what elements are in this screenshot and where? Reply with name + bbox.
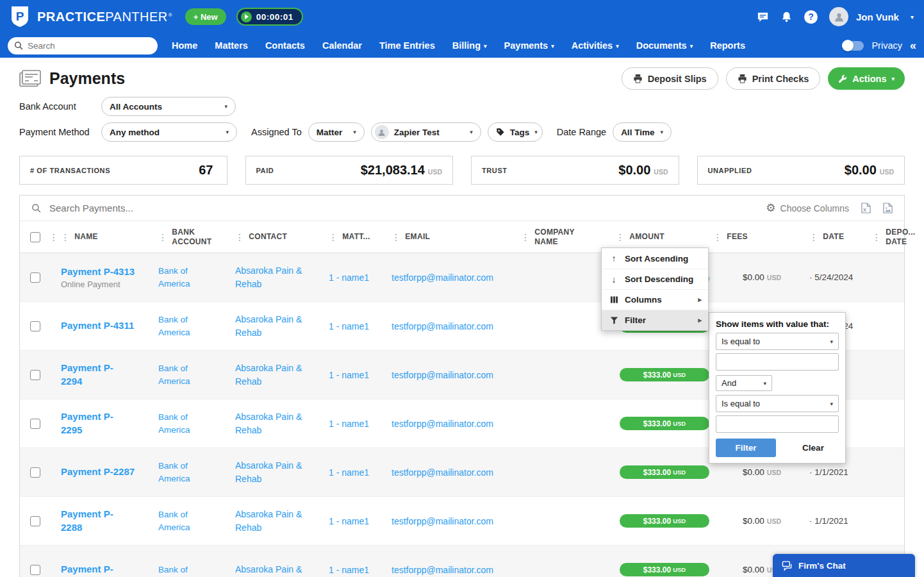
email-link[interactable]: testforpp@mailinator.com — [392, 467, 493, 478]
user-menu-caret-icon[interactable]: ▾ — [911, 13, 914, 21]
payment-name-link[interactable]: Payment P- 2288 — [61, 508, 113, 534]
help-icon[interactable]: ? — [804, 10, 818, 24]
row-checkbox[interactable] — [30, 370, 40, 380]
collapse-nav-icon[interactable]: « — [910, 39, 916, 53]
bank-account-link[interactable]: Bank of America — [158, 411, 202, 436]
bank-account-link[interactable]: Bank of America — [158, 460, 202, 485]
row-checkbox[interactable] — [30, 516, 40, 526]
nav-item[interactable]: Activities ▾ — [572, 40, 619, 51]
column-menu-icon[interactable]: ⋮ — [521, 232, 530, 242]
nav-item[interactable]: Documents ▾ — [636, 40, 693, 51]
payment-name-link[interactable]: Payment P-2287 — [61, 465, 135, 478]
user-avatar[interactable] — [829, 7, 848, 26]
payment-name-link[interactable]: Payment P- 2295 — [61, 410, 113, 437]
filter-operator-select-2[interactable]: Is equal to ▾ — [716, 395, 839, 412]
contact-link[interactable]: Absaroka Pain & Rehab — [235, 508, 313, 534]
payment-method-select[interactable]: Any method ▾ — [101, 122, 237, 142]
menu-item-sort-descending[interactable]: ↓ Sort Descending — [602, 269, 708, 289]
payment-name-link[interactable]: Payment P-4313 — [61, 265, 135, 278]
timer-widget[interactable]: 00:00:01 — [236, 8, 303, 26]
bank-account-link[interactable]: Bank of America — [158, 362, 202, 387]
timer-play-icon[interactable] — [241, 12, 252, 22]
matter-link[interactable]: 1 - name1 — [329, 370, 369, 380]
matter-link[interactable]: 1 - name1 — [329, 321, 369, 331]
nav-item[interactable]: Home — [172, 40, 197, 51]
pdf-export-icon[interactable] — [883, 203, 893, 213]
column-menu-icon[interactable]: ⋮ — [392, 232, 400, 242]
contact-link[interactable]: Absaroka Pain & Rehab — [235, 264, 313, 290]
matter-link[interactable]: 1 - name1 — [329, 419, 369, 429]
bank-account-link[interactable]: Bank of America — [158, 265, 202, 290]
contact-link[interactable]: Absaroka Pain & Rehab — [235, 410, 313, 437]
column-menu-icon[interactable]: ⋮ — [49, 232, 58, 242]
deposit-slips-button[interactable]: Deposit Slips — [622, 67, 718, 90]
actions-button[interactable]: Actions ▾ — [828, 67, 905, 90]
email-link[interactable]: testforpp@mailinator.com — [392, 516, 493, 526]
menu-item-columns[interactable]: Columns ▸ — [602, 289, 708, 310]
contact-link[interactable]: Absaroka Pain & — [235, 563, 302, 576]
matter-link[interactable]: 1 - name1 — [329, 272, 369, 283]
column-menu-icon[interactable]: ⋮ — [61, 232, 70, 242]
notifications-bell-icon[interactable] — [780, 11, 793, 23]
email-link[interactable]: testforpp@mailinator.com — [392, 419, 493, 429]
clear-filter-button[interactable]: Clear — [788, 439, 839, 457]
column-header-amount[interactable]: ⋮AMOUNT — [616, 232, 713, 242]
row-checkbox[interactable] — [30, 565, 40, 575]
column-menu-icon[interactable]: ⋮ — [235, 232, 244, 242]
payment-name-link[interactable]: Payment P-4311 — [61, 319, 134, 332]
choose-columns-button[interactable]: ⚙ Choose Columns — [766, 203, 849, 213]
global-search[interactable] — [8, 37, 158, 54]
bank-account-select[interactable]: All Accounts ▾ — [101, 97, 236, 116]
search-payments-input[interactable] — [49, 203, 757, 213]
filter-value-input-1[interactable] — [716, 353, 839, 371]
matter-link[interactable]: 1 - name1 — [329, 516, 369, 526]
payment-name-link[interactable]: Payment P- — [61, 563, 113, 576]
matter-link[interactable]: 1 - name1 — [329, 565, 369, 575]
firms-chat-bar[interactable]: Firm's Chat — [773, 554, 915, 577]
payment-name-link[interactable]: Payment P- 2294 — [61, 362, 113, 388]
row-checkbox[interactable] — [30, 321, 40, 331]
menu-item-sort-ascending[interactable]: ↑ Sort Ascending — [602, 248, 708, 269]
filter-logic-select[interactable]: And ▾ — [716, 375, 772, 391]
date-range-select[interactable]: All Time ▾ — [613, 122, 672, 142]
column-header-date[interactable]: ⋮DATE — [807, 232, 872, 242]
column-header-email[interactable]: ⋮EMAIL — [392, 232, 521, 242]
assignee-select[interactable]: Zapier Test ▾ — [371, 122, 481, 142]
email-link[interactable]: testforpp@mailinator.com — [392, 370, 493, 380]
practicepanther-logo-icon[interactable]: P — [10, 6, 29, 28]
assigned-matter-select[interactable]: Matter ▾ — [308, 122, 365, 142]
contact-link[interactable]: Absaroka Pain & Rehab — [235, 362, 313, 388]
nav-item[interactable]: Matters — [215, 40, 248, 51]
row-checkbox[interactable] — [30, 272, 40, 283]
column-header-contact[interactable]: ⋮CONTACT — [235, 232, 329, 242]
filter-value-input-2[interactable] — [716, 415, 839, 433]
user-name[interactable]: Jon Vunk — [856, 12, 899, 22]
column-header-deposit-date[interactable]: ⋮DEPO... DATE — [872, 228, 918, 247]
row-checkbox[interactable] — [30, 467, 40, 478]
email-link[interactable]: testforpp@mailinator.com — [392, 565, 493, 575]
column-header-company-name[interactable]: ⋮COMPANY NAME — [521, 228, 616, 247]
filter-operator-select-1[interactable]: Is equal to ▾ — [716, 333, 839, 350]
column-menu-icon[interactable]: ⋮ — [713, 232, 722, 242]
column-header-matter[interactable]: ⋮MATT... — [329, 232, 392, 242]
column-menu-icon[interactable]: ⋮ — [329, 232, 338, 242]
column-menu-icon[interactable]: ⋮ — [616, 232, 625, 242]
matter-link[interactable]: 1 - name1 — [329, 467, 369, 478]
messages-icon[interactable] — [757, 11, 769, 23]
email-link[interactable]: testforpp@mailinator.com — [392, 272, 493, 283]
privacy-toggle[interactable] — [842, 41, 864, 51]
nav-item[interactable]: Billing ▾ — [452, 40, 487, 51]
column-menu-icon[interactable]: ⋮ — [872, 232, 881, 242]
nav-item[interactable]: Contacts — [265, 40, 305, 51]
bank-account-link[interactable]: Bank of — [158, 564, 188, 576]
menu-item-filter[interactable]: Filter ▸ — [602, 310, 708, 330]
contact-link[interactable]: Absaroka Pain & Rehab — [235, 459, 313, 485]
column-header-bank-account[interactable]: ⋮BANK ACCOUNT — [158, 228, 235, 247]
new-button[interactable]: + New — [185, 8, 226, 25]
column-menu-icon[interactable]: ⋮ — [809, 232, 818, 242]
nav-item[interactable]: Calendar — [322, 40, 362, 51]
excel-export-icon[interactable]: X — [861, 203, 871, 213]
print-checks-button[interactable]: Print Checks — [726, 67, 821, 90]
nav-item[interactable]: Payments ▾ — [504, 40, 554, 51]
row-checkbox[interactable] — [30, 419, 40, 429]
